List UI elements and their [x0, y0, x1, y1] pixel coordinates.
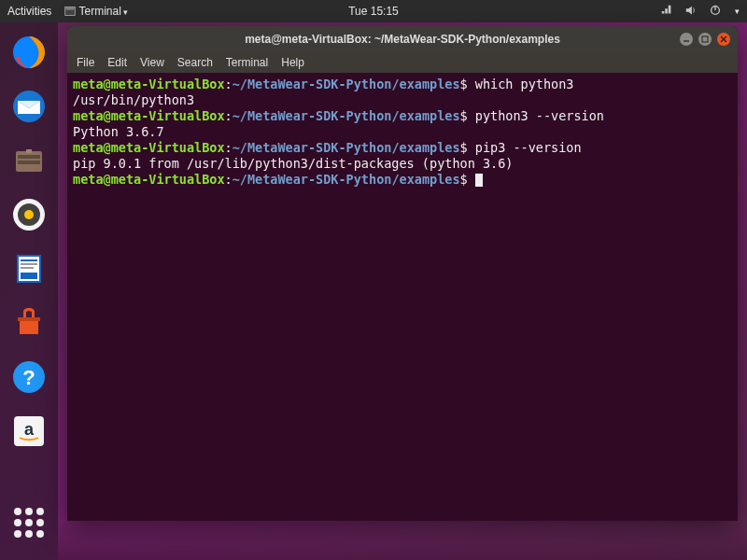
volume-icon[interactable] — [684, 4, 698, 20]
dock: ? a — [0, 22, 58, 560]
close-button[interactable] — [717, 33, 730, 46]
terminal-window: meta@meta-VirtualBox: ~/MetaWear-SDK-Pyt… — [67, 26, 738, 521]
firefox-icon[interactable] — [7, 30, 51, 75]
software-icon[interactable] — [7, 301, 51, 345]
menubar: File Edit View Search Terminal Help — [67, 52, 738, 73]
menu-help[interactable]: Help — [281, 56, 304, 69]
clock[interactable]: Tue 15:15 — [348, 5, 399, 18]
svg-text:?: ? — [22, 366, 35, 389]
menu-terminal[interactable]: Terminal — [226, 56, 268, 69]
network-icon[interactable] — [660, 4, 673, 20]
menu-view[interactable]: View — [140, 56, 164, 69]
svg-rect-14 — [21, 259, 37, 261]
writer-icon[interactable] — [7, 246, 51, 291]
thunderbird-icon[interactable] — [7, 84, 51, 129]
svg-rect-15 — [21, 263, 37, 265]
app-menu[interactable]: Terminal▾ — [64, 5, 127, 18]
amazon-icon[interactable]: a — [7, 409, 51, 454]
svg-rect-17 — [21, 273, 37, 279]
menu-search[interactable]: Search — [177, 56, 213, 69]
menu-edit[interactable]: Edit — [107, 56, 127, 69]
window-title: meta@meta-VirtualBox: ~/MetaWear-SDK-Pyt… — [245, 33, 560, 46]
desktop-background — [58, 523, 747, 560]
svg-text:a: a — [24, 420, 35, 439]
terminal-body[interactable]: meta@meta-VirtualBox:~/MetaWear-SDK-Pyth… — [67, 73, 738, 521]
show-applications-icon[interactable] — [7, 500, 51, 545]
svg-rect-8 — [18, 161, 40, 164]
help-icon[interactable]: ? — [7, 355, 51, 399]
window-titlebar[interactable]: meta@meta-VirtualBox: ~/MetaWear-SDK-Pyt… — [67, 26, 738, 52]
menu-file[interactable]: File — [77, 56, 94, 69]
minimize-button[interactable] — [680, 33, 693, 46]
files-icon[interactable] — [7, 138, 51, 183]
svg-rect-24 — [702, 36, 708, 42]
activities-button[interactable]: Activities — [7, 5, 51, 18]
gnome-topbar: Activities Terminal▾ Tue 15:15 ▾ — [0, 0, 747, 22]
cursor-icon — [475, 174, 483, 187]
power-icon[interactable] — [709, 4, 722, 20]
svg-rect-7 — [18, 155, 40, 159]
rhythmbox-icon[interactable] — [7, 192, 51, 237]
maximize-button[interactable] — [698, 33, 712, 46]
system-menu-chevron-icon[interactable]: ▾ — [735, 7, 740, 16]
svg-rect-18 — [18, 317, 40, 321]
svg-point-12 — [24, 210, 34, 219]
svg-rect-1 — [66, 7, 75, 9]
svg-rect-16 — [21, 267, 34, 269]
svg-rect-9 — [26, 149, 32, 153]
